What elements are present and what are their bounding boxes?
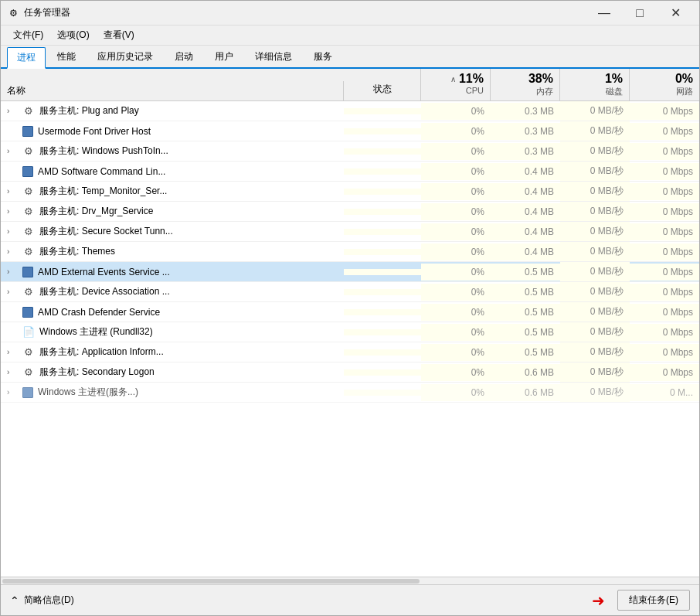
table-row[interactable]: › ⚙ 服务主机: Plug and Play 0% 0.3 MB 0 MB/秒… (1, 101, 699, 121)
process-memory: 0.5 MB (491, 344, 560, 361)
table-row[interactable]: › Windows 主进程(服务...) 0% 0.6 MB 0 MB/秒 0 … (1, 383, 699, 403)
process-disk: 0 MB/秒 (560, 202, 630, 221)
table-scroll-area: › ⚙ 服务主机: Plug and Play 0% 0.3 MB 0 MB/秒… (1, 101, 699, 577)
process-name: › ⚙ 服务主机: Secondary Logon (1, 362, 344, 382)
table-row[interactable]: › ⚙ 服务主机: Device Association ... 0% 0.5 … (1, 282, 699, 302)
memory-column-header[interactable]: 38% 内存 (491, 69, 560, 100)
minimize-button[interactable]: — (586, 1, 622, 26)
expand-chevron-icon: › (7, 187, 18, 196)
process-memory: 0.3 MB (491, 143, 560, 160)
process-disk: 0 MB/秒 (560, 121, 630, 141)
tab-details[interactable]: 详细信息 (245, 46, 302, 67)
process-disk: 0 MB/秒 (560, 162, 630, 181)
horizontal-scrollbar[interactable] (1, 577, 699, 584)
menu-options[interactable]: 选项(O) (51, 27, 95, 43)
brief-info-label[interactable]: 简略信息(D) (24, 594, 74, 607)
process-network: 0 Mbps (630, 123, 699, 140)
process-memory: 0.4 MB (491, 223, 560, 240)
table-row[interactable]: › AMD External Events Service ... 0% 0.5… (1, 262, 699, 282)
process-name: › ⚙ 服务主机: Windows PushToIn... (1, 141, 344, 161)
disk-percent: 1% (605, 72, 623, 86)
maximize-button[interactable]: □ (622, 1, 658, 26)
process-network: 0 Mbps (630, 143, 699, 160)
gear-icon: ⚙ (22, 145, 35, 158)
process-status (344, 249, 421, 255)
menu-file[interactable]: 文件(F) (7, 27, 49, 43)
table-row[interactable]: › ⚙ 服务主机: Application Inform... 0% 0.5 M… (1, 342, 699, 362)
process-cpu: 0% (421, 123, 491, 140)
process-cpu: 0% (421, 163, 491, 180)
cpu-column-header[interactable]: ∧ 11% CPU (421, 69, 491, 100)
process-network: 0 Mbps (630, 183, 699, 200)
process-name: › ⚙ 服务主机: Plug and Play (1, 101, 344, 121)
expand-chevron-icon: › (7, 107, 18, 115)
process-cpu: 0% (421, 103, 491, 120)
window-icon (22, 307, 33, 318)
process-cpu: 0% (421, 284, 491, 301)
tab-users[interactable]: 用户 (205, 46, 243, 67)
tab-processes[interactable]: 进程 (7, 47, 46, 69)
gear-icon: ⚙ (22, 206, 35, 218)
table-row[interactable]: › ⚙ 服务主机: Windows PushToIn... 0% 0.3 MB … (1, 141, 699, 162)
disk-label: 磁盘 (606, 86, 623, 97)
process-name: › ⚙ 服务主机: Drv_Mgr_Service (1, 202, 344, 221)
process-network: 0 Mbps (630, 203, 699, 220)
window-icon (22, 267, 33, 277)
tab-services[interactable]: 服务 (304, 46, 342, 67)
process-disk: 0 MB/秒 (560, 282, 630, 301)
process-status (344, 390, 421, 396)
table-row[interactable]: AMD Crash Defender Service 0% 0.5 MB 0 M… (1, 302, 699, 322)
expand-chevron-icon: › (7, 207, 18, 216)
process-cpu: 0% (421, 243, 491, 260)
mem-percent: 38% (528, 72, 553, 86)
process-name: › ⚙ 服务主机: Device Association ... (1, 282, 344, 301)
gear-icon: ⚙ (22, 105, 35, 117)
cpu-label: CPU (466, 86, 484, 95)
process-network: 0 Mbps (630, 284, 699, 301)
table-row[interactable]: › ⚙ 服务主机: Secure Socket Tunn... 0% 0.4 M… (1, 222, 699, 242)
table-row[interactable]: Usermode Font Driver Host 0% 0.3 MB 0 MB… (1, 121, 699, 141)
process-memory: 0.6 MB (491, 364, 560, 381)
table-row[interactable]: › ⚙ 服务主机: Secondary Logon 0% 0.6 MB 0 MB… (1, 362, 699, 383)
disk-column-header[interactable]: 1% 磁盘 (560, 69, 630, 100)
process-name: › ⚙ 服务主机: Application Inform... (1, 342, 344, 362)
expand-chevron-icon: › (7, 267, 18, 276)
process-status (344, 289, 421, 295)
process-status (344, 148, 421, 155)
gear-icon: ⚙ (22, 226, 35, 238)
tabs-bar: 进程 性能 应用历史记录 启动 用户 详细信息 服务 (1, 46, 699, 69)
net-percent: 0% (675, 72, 693, 86)
process-status (344, 229, 421, 235)
window-controls: — □ ✕ (586, 1, 693, 26)
table-row[interactable]: › ⚙ 服务主机: Themes 0% 0.4 MB 0 MB/秒 0 Mbps (1, 242, 699, 262)
process-status (344, 349, 421, 356)
process-name: › Windows 主进程(服务...) (1, 383, 344, 402)
cpu-sort-arrow: ∧ (450, 75, 456, 83)
process-disk: 0 MB/秒 (560, 322, 630, 342)
tab-performance[interactable]: 性能 (47, 46, 86, 67)
process-network: 0 Mbps (630, 264, 699, 281)
table-row[interactable]: AMD Software Command Lin... 0% 0.4 MB 0 … (1, 162, 699, 182)
process-table: › ⚙ 服务主机: Plug and Play 0% 0.3 MB 0 MB/秒… (1, 101, 699, 577)
process-memory: 0.4 MB (491, 243, 560, 260)
table-row[interactable]: › ⚙ 服务主机: Temp_Monitor_Ser... 0% 0.4 MB … (1, 182, 699, 202)
process-memory: 0.3 MB (491, 103, 560, 120)
process-status (344, 329, 421, 335)
table-row[interactable]: › ⚙ 服务主机: Drv_Mgr_Service 0% 0.4 MB 0 MB… (1, 202, 699, 222)
process-status (344, 369, 421, 376)
table-row[interactable]: 📄 Windows 主进程 (Rundll32) 0% 0.5 MB 0 MB/… (1, 322, 699, 342)
menu-view[interactable]: 查看(V) (97, 27, 141, 43)
close-button[interactable]: ✕ (658, 1, 693, 26)
end-task-arrow-icon: ➜ (592, 591, 605, 610)
network-column-header[interactable]: 0% 网路 (630, 69, 699, 100)
process-cpu: 0% (421, 223, 491, 240)
window-icon (22, 126, 33, 137)
tab-startup[interactable]: 启动 (165, 46, 203, 67)
process-name: Usermode Font Driver Host (1, 123, 344, 140)
gear-icon: ⚙ (22, 246, 35, 258)
end-task-button[interactable]: 结束任务(E) (617, 590, 690, 611)
horiz-scroll-thumb[interactable] (2, 579, 420, 584)
tab-app-history[interactable]: 应用历史记录 (87, 46, 163, 67)
process-status (344, 128, 421, 134)
process-memory: 0.5 MB (491, 324, 560, 341)
